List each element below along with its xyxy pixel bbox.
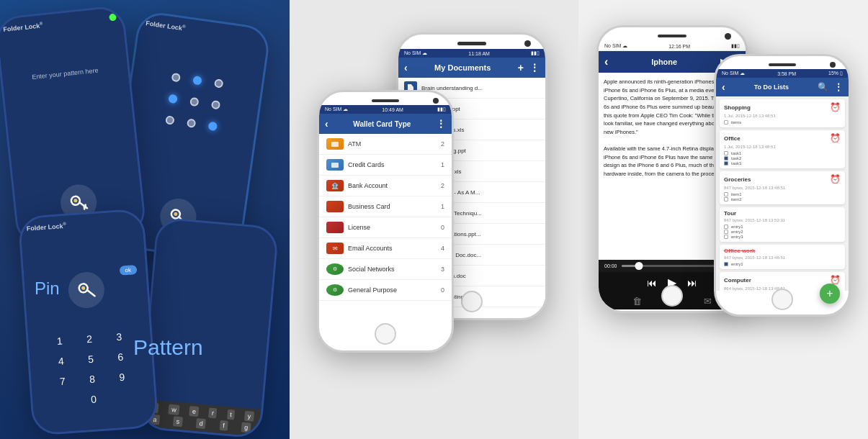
reader-time: 12:16 PM xyxy=(668,44,690,49)
todo-tour[interactable]: Tour 847 bytes, 2015-12-18 13:52:31 entr… xyxy=(720,207,845,242)
todo-title: To Do Lists xyxy=(754,83,789,91)
phone-speaker-todo xyxy=(769,63,796,66)
home-btn-reader[interactable] xyxy=(661,285,683,307)
wallet-label-email: Email Accounts xyxy=(348,245,393,252)
wallet-count-credit: 1 xyxy=(441,161,444,168)
todo-groceries[interactable]: Groceries ⏰ 847 bytes, 2015-12-18 13:48:… xyxy=(720,171,845,204)
wallet-item-bank[interactable]: 🏦 Bank Account 2 xyxy=(319,176,452,196)
panel-reading: No SIM ☁ 12:16 PM ▮▮▯ ‹ Iphone ▶ ✎ Apple… xyxy=(578,0,868,439)
home-btn-docs[interactable] xyxy=(461,291,483,312)
folder-lock-logo-back: Folder Lock® xyxy=(146,19,186,32)
todo-tour-meta: 847 bytes, 2015-12-18 13:52:31 xyxy=(724,218,841,222)
wallet-item-general[interactable]: ⚙ General Purpose 0 xyxy=(319,280,452,301)
wallet-label-license: License xyxy=(348,224,370,231)
trash-icon[interactable]: 🗑 xyxy=(632,296,642,307)
wallet-status: No SIM ☁ xyxy=(325,107,348,112)
todo-status: No SIM ☁ xyxy=(722,71,745,76)
todo-tour-title: Tour xyxy=(724,210,736,217)
todo-groceries-title: Groceries xyxy=(724,176,751,183)
back-arrow-todo[interactable]: ‹ xyxy=(722,81,725,93)
back-arrow-docs[interactable]: ‹ xyxy=(404,62,408,73)
green-dot-indicator xyxy=(109,14,117,22)
todo-time: 3:58 PM xyxy=(777,71,796,76)
wallet-item-biz[interactable]: Business Card 1 xyxy=(319,196,452,217)
wallet-battery: ▮▮▯ xyxy=(437,107,446,112)
wallet-item-atm[interactable]: ATM 2 xyxy=(319,134,452,155)
wallet-item-license[interactable]: License 0 xyxy=(319,217,452,238)
phone-speaker-reader xyxy=(658,35,686,37)
todo-officework-meta: 947 bytes, 2015-12-18 13:48:51 xyxy=(724,255,841,260)
fab-add-todo[interactable]: + xyxy=(820,284,840,304)
wallet-count-license: 0 xyxy=(441,224,444,231)
status-battery-docs: ▮▮▯ xyxy=(531,50,540,56)
todo-groceries-meta: 847 bytes, 2015-12-18 13:48:51 xyxy=(724,186,841,190)
wallet-item-social[interactable]: ⚙ Social Networks 3 xyxy=(319,259,452,280)
todo-shopping-title: Shopping xyxy=(724,104,751,111)
ok-button[interactable]: ok xyxy=(119,265,137,276)
wallet-label-atm: ATM xyxy=(348,140,361,148)
wallet-count-email: 4 xyxy=(441,245,444,252)
pin-label: Pin xyxy=(35,279,60,299)
wallet-time: 10:49 AM xyxy=(382,107,403,112)
reader-title: Iphone xyxy=(651,58,677,66)
key-icon-pin-bottom xyxy=(67,271,105,309)
todo-list: Shopping ⏰ 1 Jul, 2015-12-18 13:48:51 it… xyxy=(716,96,849,291)
todo-shopping[interactable]: Shopping ⏰ 1 Jul, 2015-12-18 13:48:51 it… xyxy=(720,99,845,127)
todo-officework-title: Office work xyxy=(724,248,756,254)
docs-title: My Documents xyxy=(434,63,491,72)
more-icon-wallet[interactable]: ⋮ xyxy=(436,118,446,130)
todo-computer-title: Computer xyxy=(724,277,751,284)
svg-point-11 xyxy=(81,286,85,290)
search-icon-todo[interactable]: 🔍 xyxy=(818,82,828,92)
wallet-item-email[interactable]: ✉ Email Accounts 4 xyxy=(319,238,452,259)
back-arrow-wallet[interactable]: ‹ xyxy=(325,118,328,130)
todo-shopping-meta: 1 Jul, 2015-12-18 13:48:51 xyxy=(724,114,841,118)
phone-bottom-right: q w e r t y a s d f g xyxy=(138,217,279,439)
wallet-label-general: General Purpose xyxy=(348,286,397,294)
wallet-count-social: 3 xyxy=(441,266,444,273)
wallet-label-social: Social Networks xyxy=(348,266,395,273)
phone-camera-wallet xyxy=(433,98,439,104)
status-nosim: No SIM ☁ xyxy=(404,50,427,56)
wallet-label-biz: Business Card xyxy=(348,203,390,210)
add-icon-docs[interactable]: + xyxy=(518,62,524,73)
phone-todo-side: No SIM ☁ 3:58 PM 15% ▯ ‹ To Do Lists 🔍 ⋮… xyxy=(714,54,851,317)
wallet-count-biz: 1 xyxy=(441,203,444,210)
rewind-btn[interactable]: ⏮ xyxy=(647,277,657,289)
status-time-docs: 11:18 AM xyxy=(468,51,490,56)
home-btn-todo[interactable] xyxy=(771,289,793,310)
wallet-label-credit: Credit Cards xyxy=(348,161,385,168)
todo-office-title: Office xyxy=(724,135,741,142)
forward-btn[interactable]: ⏭ xyxy=(687,277,697,289)
wallet-item-credit[interactable]: Credit Cards 1 xyxy=(319,155,452,176)
wallet-count-atm: 2 xyxy=(441,140,444,148)
pattern-label: Pattern xyxy=(133,335,203,360)
phone-wallet-front: No SIM ☁ 10:49 AM ▮▮▯ ‹ Wallet Card Type… xyxy=(317,90,454,353)
home-btn-wallet[interactable] xyxy=(375,323,396,345)
todo-battery: 15% ▯ xyxy=(828,71,843,76)
more-icon-docs[interactable]: ⋮ xyxy=(529,62,540,73)
svg-point-6 xyxy=(73,199,77,202)
svg-line-12 xyxy=(86,289,94,297)
todo-header: ‹ To Do Lists 🔍 ⋮ xyxy=(716,78,849,96)
phone-pin-bottom: Folder Lock® 1 2 3 4 5 6 7 8 9 0 xyxy=(18,208,159,435)
svg-point-1 xyxy=(174,212,178,217)
phone-speaker-docs xyxy=(457,42,486,45)
wallet-title: Wallet Card Type xyxy=(353,120,411,128)
todo-office[interactable]: Office ⏰ 1 Jul, 2015-12-18 13:48:51 task… xyxy=(720,130,845,168)
mail-icon[interactable]: ✉ xyxy=(704,296,712,307)
audio-time-display: 00:00 xyxy=(604,263,617,268)
alarm-icon-shopping: ⏰ xyxy=(830,102,841,112)
wallet-count-general: 0 xyxy=(441,286,444,294)
panel-lock-screen: Folder Lock® xyxy=(0,0,290,439)
alarm-icon-office: ⏰ xyxy=(830,133,841,143)
wallet-label-bank: Bank Account xyxy=(348,182,388,189)
todo-office-work[interactable]: Office work 947 bytes, 2015-12-18 13:48:… xyxy=(720,245,845,269)
back-arrow-reader[interactable]: ‹ xyxy=(604,55,608,68)
todo-office-meta: 1 Jul, 2015-12-18 13:48:51 xyxy=(724,145,841,149)
more-icon-todo[interactable]: ⋮ xyxy=(834,82,843,92)
phone-speaker-wallet xyxy=(372,99,399,102)
wallet-list: ATM 2 Credit Cards 1 🏦 Bank Ac xyxy=(319,134,452,301)
phone-camera-docs xyxy=(524,40,531,47)
phone-camera-todo xyxy=(830,62,836,68)
